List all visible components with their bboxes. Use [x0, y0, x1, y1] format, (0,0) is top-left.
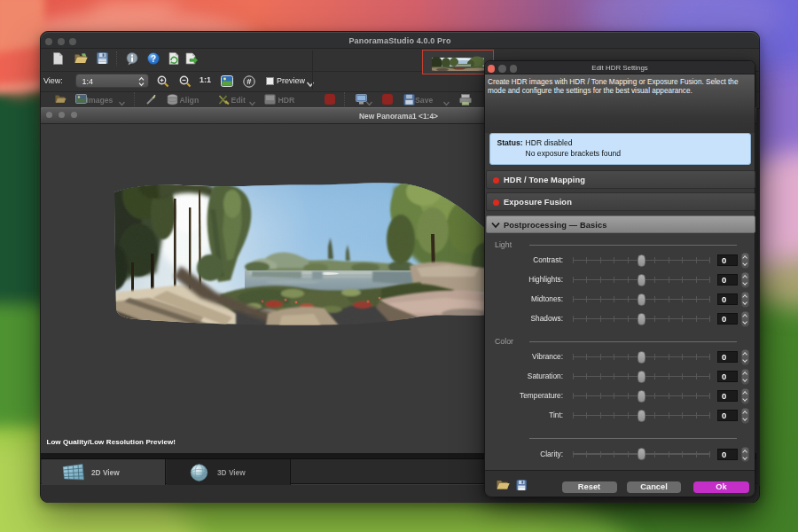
svg-text:#: # — [246, 76, 252, 86]
svg-text:?: ? — [151, 53, 156, 63]
